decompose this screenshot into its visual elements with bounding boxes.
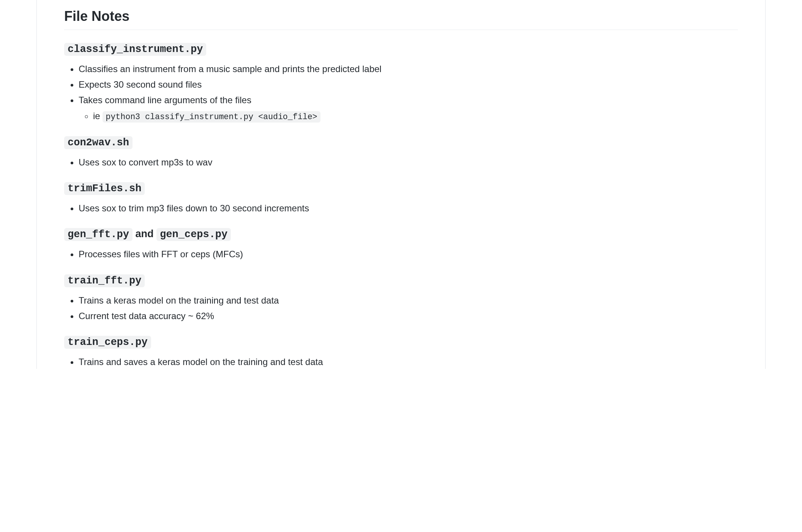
file-name-code: classify_instrument.py <box>64 43 206 56</box>
list-item: Uses sox to trim mp3 files down to 30 se… <box>79 201 738 215</box>
nested-list: ie python3 classify_instrument.py <audio… <box>79 109 738 123</box>
list-item: Expects 30 second sound files <box>79 77 738 91</box>
list-item: Uses sox to convert mp3s to wav <box>79 155 738 169</box>
file-name-code: train_fft.py <box>64 274 145 287</box>
file-heading-classify-instrument: classify_instrument.py <box>64 43 738 55</box>
file-name-code: gen_ceps.py <box>156 228 231 241</box>
list-item-text: Takes command line arguments of the file… <box>79 95 251 105</box>
sub-prefix: ie <box>93 111 103 121</box>
file-name-code: trimFiles.sh <box>64 182 145 195</box>
bullet-list: Trains and saves a keras model on the tr… <box>64 355 738 369</box>
readme-container: File Notes classify_instrument.py Classi… <box>36 0 766 369</box>
bullet-list: Trains a keras model on the training and… <box>64 293 738 323</box>
command-code: python3 classify_instrument.py <audio_fi… <box>103 111 320 123</box>
file-name-code: con2wav.sh <box>64 136 133 149</box>
section-title: File Notes <box>64 0 738 30</box>
list-item: Trains a keras model on the training and… <box>79 293 738 307</box>
bullet-list: Processes files with FFT or ceps (MFCs) <box>64 247 738 261</box>
bullet-list: Uses sox to trim mp3 files down to 30 se… <box>64 201 738 215</box>
file-heading-train-ceps: train_ceps.py <box>64 336 738 348</box>
joiner-text: and <box>133 228 156 239</box>
list-item: Current test data accuracy ~ 62% <box>79 309 738 323</box>
file-heading-gen-fft-ceps: gen_fft.py and gen_ceps.py <box>64 228 738 240</box>
list-item: Takes command line arguments of the file… <box>79 93 738 123</box>
file-heading-trimfiles: trimFiles.sh <box>64 182 738 194</box>
bullet-list: Uses sox to convert mp3s to wav <box>64 155 738 169</box>
file-name-code: train_ceps.py <box>64 336 151 349</box>
list-item: Processes files with FFT or ceps (MFCs) <box>79 247 738 261</box>
list-item: Trains and saves a keras model on the tr… <box>79 355 738 369</box>
file-heading-train-fft: train_fft.py <box>64 274 738 286</box>
file-name-code: gen_fft.py <box>64 228 133 241</box>
list-item: ie python3 classify_instrument.py <audio… <box>93 109 738 123</box>
bullet-list: Classifies an instrument from a music sa… <box>64 62 738 123</box>
list-item: Classifies an instrument from a music sa… <box>79 62 738 76</box>
file-heading-con2wav: con2wav.sh <box>64 136 738 148</box>
